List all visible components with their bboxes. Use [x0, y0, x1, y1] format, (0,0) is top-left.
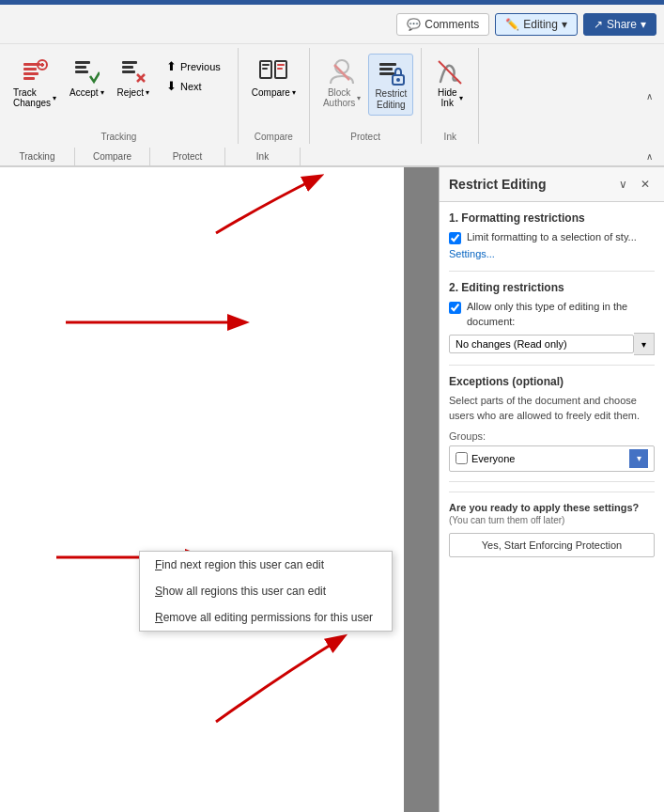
track-changes-label-group: TrackChanges ▾ [13, 87, 56, 108]
accept-label-group: Accept ▾ [69, 87, 104, 98]
restrict-editing-icon [376, 58, 406, 88]
yes-start-enforcing-button[interactable]: Yes, Start Enforcing Protection [449, 533, 655, 557]
ribbon-item-reject[interactable]: Reject ▾ [112, 54, 155, 102]
svg-rect-2 [23, 72, 39, 75]
exceptions-section: Exceptions (optional) Select parts of th… [449, 375, 655, 472]
share-button[interactable]: ↗ Share ▾ [583, 13, 656, 36]
svg-rect-3 [23, 77, 35, 80]
arrow-2 [56, 299, 263, 346]
compare-icon [258, 57, 288, 87]
comments-button[interactable]: 💬 Comments [396, 13, 489, 36]
track-changes-icon [20, 57, 50, 87]
protect-group-label: Protect [350, 128, 380, 142]
panel-header: Restrict Editing ∨ ✕ [440, 167, 664, 202]
panel-collapse-button[interactable]: ∨ [613, 175, 632, 194]
editing-restrictions-section: 2. Editing restrictions Allow only this … [449, 281, 655, 355]
context-menu-show-all[interactable]: Show all regions this user can edit [140, 578, 392, 604]
next-label: Next [180, 81, 202, 92]
enforce-sub: (You can turn them off later) [449, 515, 655, 525]
groups-dropdown-arrow[interactable]: ▾ [629, 449, 648, 468]
groups-everyone-label: Everyone [471, 453, 625, 464]
editing-type-dropdown[interactable]: No changes (Read only) Tracked changes C… [449, 335, 634, 353]
previous-button[interactable]: ⬆ Previous [161, 57, 226, 75]
dropdown-arrow-icon[interactable]: ▾ [634, 333, 655, 355]
formatting-checkbox[interactable] [449, 232, 461, 244]
document-area: Restrict Editing ∨ ✕ 1. Formatting restr… [0, 167, 664, 812]
ribbon-item-accept[interactable]: Accept ▾ [64, 54, 110, 102]
tracking-group-label: Tracking [100, 128, 136, 142]
chevron-down-icon-share: ▾ [641, 18, 646, 31]
exceptions-description: Select parts of the document and choose … [449, 394, 655, 423]
ribbon-bottom-collapse[interactable]: ∧ [641, 148, 664, 165]
previous-label: Previous [180, 61, 221, 72]
block-authors-label-group: BlockAuthors ▾ [323, 87, 361, 108]
svg-rect-11 [122, 66, 133, 69]
svg-rect-23 [379, 63, 396, 66]
section-divider-3 [449, 481, 655, 482]
chevron-accept: ▾ [100, 88, 104, 97]
settings-link[interactable]: Settings... [449, 248, 655, 259]
exceptions-title: Exceptions (optional) [449, 375, 655, 388]
prev-next-group: ⬆ Previous ⬇ Next [157, 54, 230, 99]
context-menu-find-next[interactable]: Find next region this user can edit [140, 552, 392, 578]
ribbon-item-restrict-editing[interactable]: RestrictEditing [368, 54, 413, 116]
hide-ink-icon [435, 57, 465, 87]
compare-label-group: Compare ▾ [252, 87, 296, 98]
svg-rect-17 [262, 64, 270, 66]
svg-rect-20 [277, 68, 283, 70]
next-button[interactable]: ⬇ Next [161, 77, 226, 95]
editing-checkbox-label: Allow only this type of editing in the d… [467, 300, 655, 329]
ribbon-group-compare: Compare ▾ Compare [239, 48, 310, 144]
panel-title: Restrict Editing [449, 177, 546, 192]
groups-checkbox[interactable] [456, 452, 468, 464]
document-page [0, 167, 404, 812]
block-authors-icon [327, 57, 357, 87]
arrow-4 [207, 618, 357, 731]
editing-checkbox[interactable] [449, 302, 461, 314]
editing-label: Editing [523, 18, 558, 31]
ribbon-group-label-protect: Protect [150, 148, 225, 165]
svg-rect-8 [75, 66, 86, 69]
enforce-section: Are you ready to apply these settings? (… [449, 492, 655, 557]
ribbon-group-label-ink: Ink [225, 148, 301, 165]
ribbon-group-label-tracking: Tracking [0, 148, 75, 165]
svg-point-27 [396, 78, 400, 82]
ribbon-item-compare[interactable]: Compare ▾ [246, 54, 301, 102]
ribbon-content: TrackChanges ▾ [0, 44, 664, 148]
svg-rect-10 [122, 61, 137, 64]
protect-items: BlockAuthors ▾ [317, 50, 413, 128]
editing-button[interactable]: ✏️ Editing ▾ [495, 13, 578, 36]
chevron-down-icon: ▾ [562, 18, 567, 31]
context-menu-remove-all[interactable]: Remove all editing permissions for this … [140, 604, 392, 631]
ribbon: TrackChanges ▾ [0, 44, 664, 167]
chevron-reject: ▾ [146, 88, 149, 97]
svg-rect-12 [122, 70, 135, 73]
ribbon-collapse-button[interactable]: ∧ [638, 91, 660, 102]
share-label: Share [607, 18, 637, 31]
ribbon-top: 💬 Comments ✏️ Editing ▾ ↗ Share ▾ [0, 5, 664, 44]
ribbon-group-protect: BlockAuthors ▾ [310, 48, 422, 144]
groups-row: Everyone ▾ [449, 445, 655, 472]
editing-checkbox-row: Allow only this type of editing in the d… [449, 300, 655, 329]
ribbon-group-tracking: TrackChanges ▾ [0, 48, 239, 144]
panel-close-button[interactable]: ✕ [636, 175, 655, 194]
svg-rect-18 [262, 68, 268, 70]
arrow-1 [207, 167, 338, 242]
svg-rect-9 [75, 70, 88, 73]
ribbon-group-ink: HideInk ▾ Ink [422, 48, 479, 144]
ribbon-group-label-compare: Compare [75, 148, 150, 165]
formatting-checkbox-label: Limit formatting to a selection of sty..… [467, 230, 637, 244]
ribbon-item-block-authors[interactable]: BlockAuthors ▾ [317, 54, 366, 112]
chevron-block: ▾ [357, 94, 361, 102]
ribbon-item-hide-ink[interactable]: HideInk ▾ [429, 54, 471, 112]
ribbon-item-track-changes[interactable]: TrackChanges ▾ [8, 54, 62, 112]
tracking-items: TrackChanges ▾ [8, 50, 230, 128]
chevron-track: ▾ [53, 94, 56, 102]
enforce-question: Are you ready to apply these settings? [449, 502, 655, 513]
svg-rect-7 [75, 61, 90, 64]
context-menu: Find next region this user can edit Show… [139, 551, 393, 632]
groups-label: Groups: [449, 430, 655, 442]
accept-icon [71, 57, 101, 87]
restrict-editing-panel: Restrict Editing ∨ ✕ 1. Formatting restr… [439, 167, 664, 812]
comments-label: Comments [425, 18, 479, 31]
